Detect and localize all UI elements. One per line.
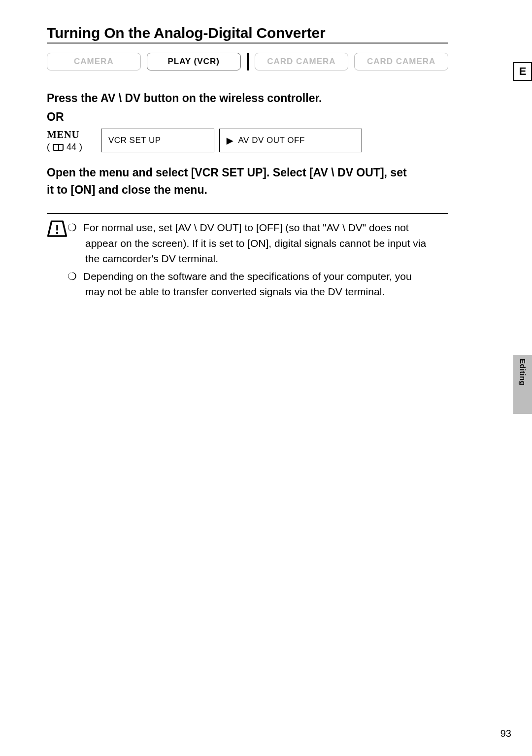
note-1-text: For normal use, set [AV \ DV OUT] to [OF… xyxy=(83,222,426,264)
mode-card-camera-1: CARD CAMERA xyxy=(255,53,349,70)
menu-page-reference: ( 44) xyxy=(47,142,96,152)
menu-path-row: MENU ( 44) VCR SET UP ▶ AV DV OUT OFF xyxy=(47,129,448,152)
instruction-step-2: Open the menu and select [VCR SET UP]. S… xyxy=(47,164,414,198)
right-rail: E Editing xyxy=(495,0,532,756)
menu-label: MENU xyxy=(47,129,96,141)
chevron-right-icon: ▶ xyxy=(227,136,233,146)
mode-tabs: CAMERA PLAY (VCR) CARD CAMERA CARD CAMER… xyxy=(47,53,448,70)
note-section: ❍For normal use, set [AV \ DV OUT] to [O… xyxy=(47,220,448,302)
svg-point-2 xyxy=(56,232,58,234)
bullet-icon: ❍ xyxy=(76,269,83,284)
menu-block: MENU ( 44) xyxy=(47,129,96,152)
caution-icon xyxy=(47,220,67,238)
bullet-icon: ❍ xyxy=(76,220,83,236)
instruction-step-1: Press the AV \ DV button on the wireless… xyxy=(47,90,448,106)
svg-rect-1 xyxy=(56,225,58,231)
page-content: Turning On the Analog-Digital Converter … xyxy=(47,25,448,302)
section-divider xyxy=(47,213,448,214)
mode-card-camera-2: CARD CAMERA xyxy=(354,53,448,70)
instruction-or: OR xyxy=(47,110,448,124)
book-icon xyxy=(53,144,64,151)
note-list: ❍For normal use, set [AV \ DV OUT] to [O… xyxy=(76,220,431,302)
section-tab: Editing xyxy=(513,355,532,414)
language-tab: E xyxy=(513,62,532,81)
menu-box-1-text: VCR SET UP xyxy=(108,136,161,145)
menu-box-2-text: AV DV OUT OFF xyxy=(238,136,305,145)
section-tab-label: Editing xyxy=(519,359,527,385)
note-2-text: Depending on the software and the specif… xyxy=(83,271,412,298)
mode-separator xyxy=(247,53,249,70)
note-item-2: ❍Depending on the software and the speci… xyxy=(76,269,431,300)
menu-box-av-dv-out: ▶ AV DV OUT OFF xyxy=(219,129,362,152)
note-item-1: ❍For normal use, set [AV \ DV OUT] to [O… xyxy=(76,220,431,267)
page-title: Turning On the Analog-Digital Converter xyxy=(47,25,448,44)
mode-play-vcr: PLAY (VCR) xyxy=(147,53,241,70)
menu-box-vcr-setup: VCR SET UP xyxy=(101,129,214,152)
page-number: 93 xyxy=(500,728,511,739)
mode-camera: CAMERA xyxy=(47,53,141,70)
menu-ref-number: 44 xyxy=(66,142,76,152)
